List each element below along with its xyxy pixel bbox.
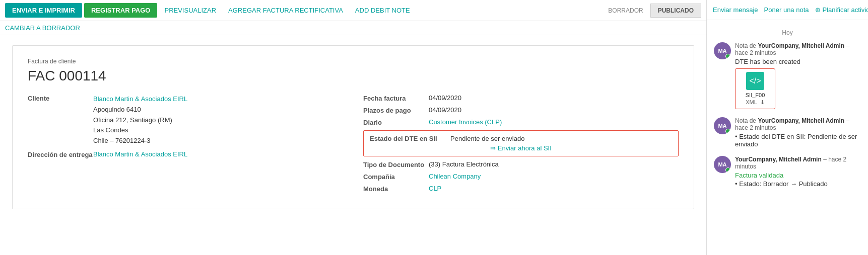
avatar-3: MA <box>714 156 731 173</box>
chatter-message-2: MA Nota de YourCompany, Mitchell Admin –… <box>714 117 861 148</box>
status-area: BORRADOR PUBLICADO <box>603 4 701 18</box>
dte-label: Estado del DTE en SII <box>370 135 450 142</box>
cliente-name[interactable]: Blanco Martin & Asociados EIRL <box>93 94 187 105</box>
sub-toolbar: CAMBIAR A BORRADOR <box>0 21 706 35</box>
msg-author-1: YourCompany, Mitchell Admin <box>758 42 844 49</box>
left-panel: ENVIAR E IMPRIMIR REGISTRAR PAGO PREVISU… <box>0 0 707 255</box>
compania-value[interactable]: Chilean Company <box>429 173 481 180</box>
enviar-imprimir-button[interactable]: ENVIAR E IMPRIMIR <box>5 3 82 18</box>
attachment-ext: XML <box>746 99 757 106</box>
msg-body-2: Nota de YourCompany, Mitchell Admin – ha… <box>735 117 861 148</box>
clock-icon: ⊕ <box>815 6 821 14</box>
moneda-field: Moneda CLP <box>363 185 679 193</box>
add-debit-note-button[interactable]: ADD DEBIT NOTE <box>350 3 415 18</box>
entrega-value[interactable]: Blanco Martin & Asociados EIRL <box>93 150 187 158</box>
dte-created-text: DTE has been created <box>735 58 861 65</box>
doc-right-column: Fecha factura 04/09/2020 Plazos de pago … <box>363 94 679 197</box>
msg-body-1: Nota de YourCompany, Mitchell Admin – ha… <box>735 42 861 109</box>
chatter-message-3: MA YourCompany, Mitchell Admin – hace 2 … <box>714 156 861 188</box>
previsualizar-button[interactable]: PREVISUALIZAR <box>159 3 221 18</box>
cliente-address3: Las Condes <box>93 125 187 136</box>
document-card: Factura de cliente FAC 000114 Cliente Bl… <box>12 45 694 209</box>
plazos-label: Plazos de pago <box>363 106 429 114</box>
chatter-message-1: MA Nota de YourCompany, Mitchell Admin –… <box>714 42 861 109</box>
msg-body-3: YourCompany, Mitchell Admin – hace 2 min… <box>735 156 861 188</box>
msg-bullet-2: Estado del DTE en SII: Pendiente de ser … <box>735 133 861 148</box>
cliente-address: Blanco Martin & Asociados EIRL Apoquindo… <box>93 94 187 146</box>
fecha-value: 04/09/2020 <box>429 94 461 102</box>
cliente-label: Cliente <box>28 94 93 102</box>
avatar-1: MA <box>714 42 731 59</box>
msg-header-3: YourCompany, Mitchell Admin – hace 2 min… <box>735 156 861 170</box>
cliente-address2: Oficina 212, Santiago (RM) <box>93 115 187 126</box>
msg-content-3: Factura validada Estado: Borrador → Publ… <box>735 172 861 188</box>
compania-label: Compañía <box>363 173 429 181</box>
doc-left-column: Cliente Blanco Martin & Asociados EIRL A… <box>28 94 343 197</box>
date-separator: Hoy <box>714 29 861 36</box>
dte-action-link[interactable]: ⇒ Enviar ahora al SII <box>370 144 672 152</box>
moneda-value[interactable]: CLP <box>429 185 441 192</box>
tipo-label: Tipo de Documento <box>363 160 429 168</box>
tipo-value: (33) Factura Electrónica <box>429 160 499 168</box>
cliente-field: Cliente Blanco Martin & Asociados EIRL A… <box>28 94 343 146</box>
entrega-label: Dirección de entrega <box>28 150 93 158</box>
download-icon[interactable]: ⬇ <box>760 99 765 106</box>
agregar-factura-button[interactable]: AGREGAR FACTURA RECTIFICATIVA <box>223 3 348 18</box>
xml-icon: </> <box>746 72 764 90</box>
compania-field: Compañía Chilean Company <box>363 173 679 181</box>
cambiar-borrador-button[interactable]: CAMBIAR A BORRADOR <box>5 24 80 32</box>
msg-content-2: Estado del DTE en SII: Pendiente de ser … <box>735 133 861 148</box>
msg-validated: Factura validada <box>735 172 861 179</box>
attachment-box[interactable]: </> SII_F00 XML ⬇ <box>735 68 775 109</box>
msg-time-2: hace 2 minutos <box>735 124 776 131</box>
doc-type-label: Factura de cliente <box>28 58 679 65</box>
msg-author-3: YourCompany, Mitchell Admin <box>735 156 822 163</box>
document-area: Factura de cliente FAC 000114 Cliente Bl… <box>0 35 706 255</box>
published-status-button[interactable]: PUBLICADO <box>650 4 701 18</box>
note-prefix-1: Nota de <box>735 42 758 49</box>
chatter-panel: Enviar mensaje Poner una nota ⊕ Planific… <box>707 0 868 255</box>
moneda-label: Moneda <box>363 185 429 193</box>
doc-body: Cliente Blanco Martin & Asociados EIRL A… <box>28 94 679 197</box>
planificar-actividad-button[interactable]: ⊕ Planificar actividad <box>815 4 868 16</box>
note-prefix-2: Nota de <box>735 117 758 124</box>
fecha-label: Fecha factura <box>363 94 429 102</box>
cliente-address4: Chile – 76201224-3 <box>93 136 187 146</box>
dte-status: Pendiente de ser enviado <box>450 135 524 142</box>
avatar-2: MA <box>714 117 731 134</box>
chatter-content: Hoy MA Nota de YourCompany, Mitchell Adm… <box>707 20 868 255</box>
chatter-toolbar: Enviar mensaje Poner una nota ⊕ Planific… <box>707 0 868 20</box>
diario-field: Diario Customer Invoices (CLP) <box>363 118 679 126</box>
msg-time-1: hace 2 minutos <box>735 49 776 56</box>
plazos-value: 04/09/2020 <box>429 106 461 114</box>
plazos-field: Plazos de pago 04/09/2020 <box>363 106 679 114</box>
enviar-mensaje-button[interactable]: Enviar mensaje <box>713 4 758 16</box>
tipo-field: Tipo de Documento (33) Factura Electróni… <box>363 160 679 168</box>
registrar-pago-button[interactable]: REGISTRAR PAGO <box>84 3 158 18</box>
toolbar: ENVIAR E IMPRIMIR REGISTRAR PAGO PREVISU… <box>0 0 706 21</box>
attachment-actions: XML ⬇ <box>746 99 765 106</box>
msg-bullet-3: Estado: Borrador → Publicado <box>735 180 861 188</box>
attachment-name: SII_F00 <box>746 92 765 98</box>
msg-header-2: Nota de YourCompany, Mitchell Admin – ha… <box>735 117 861 131</box>
entrega-field: Dirección de entrega Blanco Martin & Aso… <box>28 150 343 158</box>
diario-label: Diario <box>363 118 429 126</box>
msg-header-1: Nota de YourCompany, Mitchell Admin – ha… <box>735 42 861 56</box>
fecha-field: Fecha factura 04/09/2020 <box>363 94 679 102</box>
msg-author-2: YourCompany, Mitchell Admin <box>758 117 844 124</box>
draft-status-label: BORRADOR <box>603 5 648 16</box>
cliente-address1: Apoquindo 6410 <box>93 105 187 115</box>
diario-value[interactable]: Customer Invoices (CLP) <box>429 118 502 126</box>
poner-nota-button[interactable]: Poner una nota <box>764 4 809 16</box>
doc-number: FAC 000114 <box>28 68 679 84</box>
msg-content-1: DTE has been created </> SII_F00 XML ⬇ <box>735 58 861 109</box>
dte-status-box: Estado del DTE en SII Pendiente de ser e… <box>363 130 679 156</box>
dte-row: Estado del DTE en SII Pendiente de ser e… <box>370 135 672 142</box>
